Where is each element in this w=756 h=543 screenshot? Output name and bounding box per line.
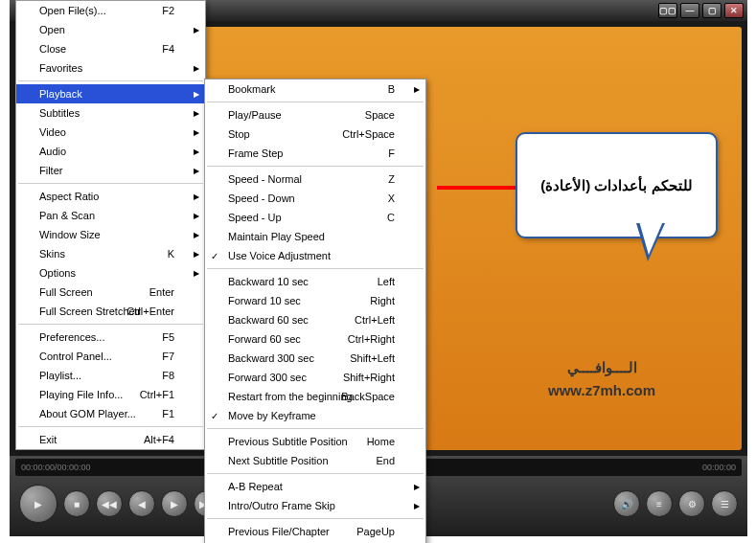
playback-menu-item[interactable]: Play/PauseSpace	[205, 105, 425, 124]
menu-item-shortcut: F7	[162, 351, 174, 362]
menu-item-label: Skins	[39, 248, 65, 260]
menu-separator	[18, 324, 203, 325]
menu-item-label: Speed - Down	[228, 192, 295, 204]
menu-separator	[18, 426, 203, 427]
submenu-arrow-icon: ▶	[414, 483, 420, 491]
playback-menu-item[interactable]: Speed - DownX	[205, 189, 425, 208]
minimize-button[interactable]: —	[680, 3, 699, 18]
main-menu-item[interactable]: Options▶	[16, 263, 205, 283]
playback-menu-item[interactable]: BookmarkB▶	[205, 79, 425, 99]
menu-item-shortcut: Right	[370, 295, 395, 306]
close-button[interactable]: ✕	[724, 3, 744, 18]
menu-item-label: Video	[39, 126, 66, 138]
menu-item-shortcut: K	[168, 248, 174, 260]
playback-menu-item[interactable]: Next Subtitle PositionEnd	[205, 451, 425, 470]
menu-item-shortcut: Ctrl+Enter	[126, 305, 174, 317]
main-menu-item[interactable]: Favorites▶	[16, 58, 205, 78]
playback-menu-item[interactable]: Maintain Play Speed	[205, 227, 425, 246]
playback-menu-item[interactable]: Speed - UpC	[205, 208, 425, 227]
main-menu-item[interactable]: Audio▶	[16, 142, 205, 161]
mute-button[interactable]: 🔊	[613, 490, 640, 517]
playback-menu-item[interactable]: Frame StepF	[205, 144, 425, 163]
menu-separator	[207, 102, 424, 102]
menu-item-label: Preferences...	[39, 331, 104, 343]
main-menu-item[interactable]: ExitAlt+F4	[16, 430, 205, 449]
menu-item-label: Intro/Outro Frame Skip	[228, 500, 335, 511]
main-menu-item[interactable]: Window Size▶	[16, 225, 205, 244]
menu-item-label: Playing File Info...	[39, 389, 123, 400]
forward-button[interactable]: ▶	[161, 490, 188, 517]
menu-item-label: Next Subtitle Position	[228, 455, 329, 466]
menu-item-label: Open File(s)...	[39, 5, 106, 16]
playback-menu-item[interactable]: Backward 300 secShift+Left	[205, 349, 425, 368]
playlist-button[interactable]: ☰	[711, 490, 738, 517]
menu-item-label: Full Screen	[39, 286, 93, 298]
prev-button[interactable]: ◀◀	[96, 490, 123, 517]
menu-item-shortcut: Enter	[149, 286, 174, 298]
main-menu-item[interactable]: Playlist...F8	[16, 366, 205, 385]
menu-item-shortcut: Ctrl+Right	[348, 333, 395, 345]
main-menu-item[interactable]: Video▶	[16, 123, 205, 142]
playback-menu-item[interactable]: ✓Use Voice Adjustment	[205, 246, 425, 265]
menu-item-label: Favorites	[39, 62, 82, 74]
menu-separator	[207, 473, 424, 474]
main-menu-item[interactable]: Filter▶	[16, 161, 205, 180]
main-menu-item[interactable]: Subtitles▶	[16, 103, 205, 123]
menu-separator	[207, 268, 424, 269]
menu-item-label: Window Size	[39, 229, 101, 240]
main-menu-item[interactable]: Open File(s)...F2	[16, 1, 205, 20]
main-menu-item[interactable]: Full ScreenEnter	[16, 283, 205, 302]
menu-item-shortcut: Left	[378, 276, 395, 287]
main-menu-item[interactable]: Preferences...F5	[16, 328, 205, 347]
playback-menu-item[interactable]: Forward 60 secCtrl+Right	[205, 329, 425, 349]
submenu-arrow-icon: ▶	[194, 128, 199, 137]
rewind-button[interactable]: ◀	[128, 490, 155, 517]
menu-item-label: Full Screen Stretched	[39, 305, 141, 317]
submenu-arrow-icon: ▶	[194, 109, 199, 118]
menu-separator	[18, 80, 203, 81]
playback-menu-item[interactable]: Previous File/ChapterPageUp	[205, 522, 425, 541]
menu-item-label: Restart from the beginning	[228, 391, 353, 402]
main-menu-item[interactable]: Full Screen StretchedCtrl+Enter	[16, 302, 205, 321]
playback-menu-item[interactable]: Forward 10 secRight	[205, 291, 425, 310]
main-menu-item[interactable]: Aspect Ratio▶	[16, 187, 205, 206]
playback-menu-item[interactable]: A-B Repeat▶	[205, 477, 425, 496]
playback-menu-item[interactable]: Restart from the beginningBackSpace	[205, 387, 425, 406]
maximize-button[interactable]: ▢	[702, 3, 722, 18]
menu-item-label: Playlist...	[39, 370, 81, 381]
playback-menu-item[interactable]: Forward 300 secShift+Right	[205, 368, 425, 387]
menu-item-shortcut: Ctrl+Left	[355, 314, 395, 326]
submenu-arrow-icon: ▶	[194, 269, 199, 278]
layout-button[interactable]: ▢▢	[658, 3, 677, 18]
playback-menu-item[interactable]: Speed - NormalZ	[205, 170, 425, 189]
main-menu-item[interactable]: Pan & Scan▶	[16, 206, 205, 225]
main-menu-item[interactable]: About GOM Player...F1	[16, 404, 205, 423]
playback-menu-item[interactable]: Backward 10 secLeft	[205, 272, 425, 291]
stop-button[interactable]: ■	[63, 490, 90, 517]
menu-item-shortcut: BackSpace	[341, 391, 395, 402]
main-menu-item[interactable]: Playing File Info...Ctrl+F1	[16, 385, 205, 404]
menu-item-shortcut: B	[388, 83, 395, 95]
playback-menu-item[interactable]: Intro/Outro Frame Skip▶	[205, 496, 425, 515]
settings-button[interactable]: ⚙	[678, 490, 705, 517]
main-menu-item[interactable]: Open▶	[16, 20, 205, 39]
main-menu-item[interactable]: Control Panel...F7	[16, 347, 205, 366]
menu-item-shortcut: Alt+F4	[144, 434, 174, 445]
menu-item-label: Audio	[39, 146, 66, 157]
main-menu-item[interactable]: SkinsK▶	[16, 244, 205, 263]
playback-menu-item[interactable]: StopCtrl+Space	[205, 124, 425, 144]
submenu-arrow-icon: ▶	[414, 85, 420, 94]
menu-item-shortcut: F8	[162, 370, 174, 381]
menu-item-label: Forward 60 sec	[228, 333, 301, 345]
playback-menu-item[interactable]: Backward 60 secCtrl+Left	[205, 310, 425, 329]
main-menu-item[interactable]: CloseF4	[16, 39, 205, 58]
eq-button[interactable]: ≡	[646, 490, 673, 517]
playback-menu-item[interactable]: Previous Subtitle PositionHome	[205, 432, 425, 451]
submenu-arrow-icon: ▶	[194, 64, 199, 73]
play-button[interactable]: ▶	[19, 485, 57, 523]
main-menu-item[interactable]: Playback▶	[16, 84, 205, 103]
menu-item-shortcut: F	[388, 147, 395, 159]
menu-item-label: Bookmark	[228, 83, 276, 95]
playback-menu-item[interactable]: ✓Move by Keyframe	[205, 406, 425, 425]
menu-item-shortcut: F5	[162, 331, 174, 343]
